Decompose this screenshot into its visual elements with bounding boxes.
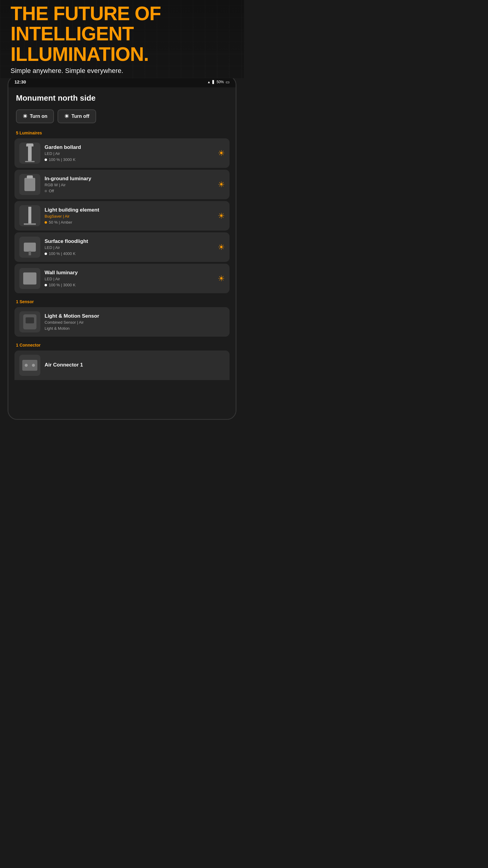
light-icon-building-element: ☀	[218, 211, 225, 221]
device-info-sensor: Light & Motion Sensor Combined Sensor | …	[44, 313, 225, 331]
device-type-floodlight: LED | Air	[44, 245, 214, 250]
status-icons: 50%	[207, 80, 230, 84]
ground-luminary-icon	[24, 178, 35, 191]
sensor-section-label: 1 Sensor	[14, 299, 230, 304]
device-card-sensor[interactable]: Light & Motion Sensor Combined Sensor | …	[14, 307, 230, 337]
sun-on-icon: ☀	[23, 113, 27, 120]
device-thumbnail-building-element	[19, 205, 40, 226]
device-thumbnail-in-ground	[19, 174, 40, 195]
device-info-garden-bollard: Garden bollard LED | Air 100 % | 3000 K	[44, 144, 214, 162]
device-type-building-element: BugSaver | Air	[44, 214, 214, 218]
hero-title: THE FUTURE OF INTELLIGENT ILLUMINATION.	[10, 4, 233, 64]
device-type-in-ground: RGB W | Air	[44, 183, 214, 187]
connector-section-label: 1 Connector	[14, 343, 230, 347]
device-type-sensor: Combined Sensor | Air	[44, 320, 225, 324]
device-status-sensor: Light & Motion	[44, 326, 225, 331]
turn-on-button[interactable]: ☀ Turn on	[16, 110, 54, 123]
action-buttons: ☀ Turn on ☀ Turn off	[14, 110, 230, 123]
device-info-connector: Air Connector 1	[44, 362, 225, 369]
turn-off-label: Turn off	[71, 114, 89, 119]
app-content: Monument north side ☀ Turn on ☀ Turn off…	[8, 87, 235, 419]
sensors-list: Light & Motion Sensor Combined Sensor | …	[14, 307, 230, 337]
device-status-building-element: 50 % | Amber	[44, 220, 214, 224]
hero-section: THE FUTURE OF INTELLIGENT ILLUMINATION. …	[0, 0, 244, 79]
device-card-building-element[interactable]: Light building element BugSaver | Air 50…	[14, 201, 230, 230]
device-thumbnail-connector	[19, 355, 40, 376]
device-status-wall-luminary: 100 % | 3000 K	[44, 283, 214, 287]
status-dot-in-ground	[44, 190, 47, 192]
page-title: Monument north side	[14, 93, 230, 103]
device-name-building-element: Light building element	[44, 207, 214, 213]
light-icon-floodlight: ☀	[218, 243, 225, 252]
sensor-icon	[23, 314, 36, 330]
device-thumbnail-sensor	[19, 311, 40, 333]
device-name-floodlight: Surface floodlight	[44, 239, 214, 244]
device-info-wall-luminary: Wall luminary LED | Air 100 % | 3000 K	[44, 270, 214, 287]
turn-on-label: Turn on	[30, 114, 47, 119]
device-name-wall-luminary: Wall luminary	[44, 270, 214, 276]
light-icon-garden-bollard: ☀	[218, 149, 225, 158]
signal-icon	[213, 80, 215, 84]
status-dot-floodlight	[44, 253, 47, 255]
wifi-icon	[207, 80, 210, 84]
battery-level: 50%	[217, 80, 224, 84]
device-info-building-element: Light building element BugSaver | Air 50…	[44, 207, 214, 224]
device-thumbnail-wall-luminary	[19, 268, 40, 289]
device-status-floodlight: 100 % | 4000 K	[44, 251, 214, 256]
device-type-wall-luminary: LED | Air	[44, 277, 214, 281]
device-thumbnail-floodlight	[19, 237, 40, 258]
light-icon-wall-luminary: ☀	[218, 274, 225, 283]
device-card-floodlight[interactable]: Surface floodlight LED | Air 100 % | 400…	[14, 232, 230, 262]
connectors-list: Air Connector 1	[14, 350, 230, 380]
connector-icon	[22, 360, 37, 371]
floodlight-icon	[24, 243, 36, 252]
sun-off-icon: ☀	[64, 113, 69, 120]
device-thumbnail-garden-bollard	[19, 143, 40, 164]
battery-icon	[226, 80, 230, 84]
device-name-connector: Air Connector 1	[44, 362, 225, 368]
device-info-floodlight: Surface floodlight LED | Air 100 % | 400…	[44, 239, 214, 256]
device-type-garden-bollard: LED | Air	[44, 151, 214, 156]
building-element-icon	[28, 207, 31, 225]
status-dot-garden-bollard	[44, 158, 47, 161]
status-dot-building-element	[44, 221, 47, 224]
device-card-in-ground[interactable]: In-ground luminary RGB W | Air Off ☀	[14, 170, 230, 199]
light-icon-in-ground: ☀	[218, 180, 225, 189]
status-dot-wall-luminary	[44, 284, 47, 286]
device-card-connector[interactable]: Air Connector 1	[14, 350, 230, 380]
hero-subtitle: Simple anywhere. Simple everywhere.	[10, 67, 233, 75]
wall-luminary-icon	[23, 273, 36, 284]
device-name-in-ground: In-ground luminary	[44, 176, 214, 182]
device-status-in-ground: Off	[44, 189, 214, 193]
device-name-garden-bollard: Garden bollard	[44, 144, 214, 150]
device-card-garden-bollard[interactable]: Garden bollard LED | Air 100 % | 3000 K …	[14, 138, 230, 168]
luminaires-list: Garden bollard LED | Air 100 % | 3000 K …	[14, 138, 230, 293]
phone-frame: 12:30 50% Monument north side ☀ Turn on …	[7, 75, 236, 420]
luminaires-section-label: 5 Luminaires	[14, 130, 230, 135]
turn-off-button[interactable]: ☀ Turn off	[58, 110, 96, 123]
device-info-in-ground: In-ground luminary RGB W | Air Off	[44, 176, 214, 193]
device-name-sensor: Light & Motion Sensor	[44, 313, 225, 319]
device-status-garden-bollard: 100 % | 3000 K	[44, 157, 214, 162]
device-card-wall-luminary[interactable]: Wall luminary LED | Air 100 % | 3000 K ☀	[14, 264, 230, 293]
bollard-icon	[28, 145, 32, 161]
status-time: 12:30	[14, 79, 26, 84]
